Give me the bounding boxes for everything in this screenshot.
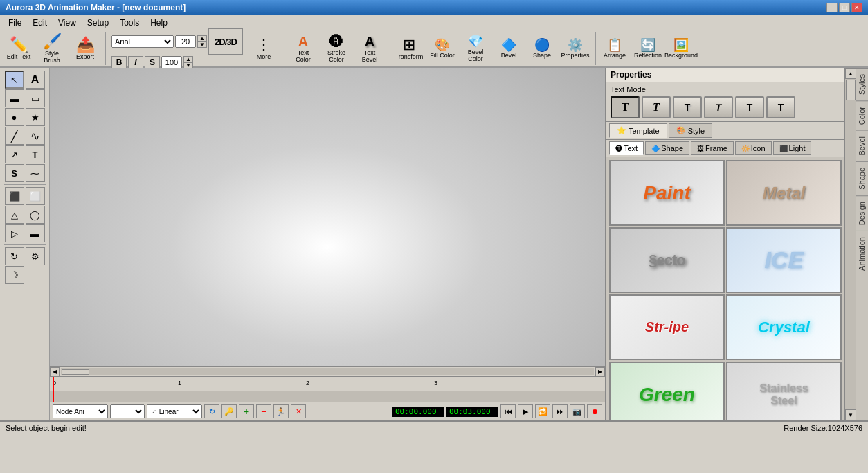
stroke-color-button[interactable]: 🅐 Stroke Color [320,33,352,64]
cylinder-tool[interactable]: ⬜ [26,187,45,205]
rotate-tool[interactable]: ↻ [5,247,24,265]
star-tool[interactable]: ★ [26,108,45,126]
sidebar-tab-design[interactable]: Design [856,195,868,231]
line-tool[interactable]: ╱ [5,127,24,145]
transform-button[interactable]: ⊞ Transform [393,33,425,64]
close-button[interactable]: ✕ [851,3,862,12]
refresh-anim-button[interactable]: ↻ [204,404,219,418]
rounded-rect-tool[interactable]: ▭ [26,89,45,107]
sidebar-tab-styles[interactable]: Styles [856,68,868,100]
person-button[interactable]: 🏃 [273,404,289,418]
camera-button[interactable]: 📷 [570,404,585,418]
style-ice[interactable]: ICE [726,227,842,293]
tab-light[interactable]: ⬛ Light [773,141,812,155]
style-stripe[interactable]: Str-ipe [609,294,725,360]
reflection-button[interactable]: 🔄 Reflection [632,33,664,64]
tab-frame[interactable]: 🖼 Frame [691,141,734,155]
curve-tool[interactable]: ∿ [26,127,45,145]
play-button[interactable]: ▶ [518,404,533,418]
pyramid-tool[interactable]: △ [5,206,24,224]
node-ani-select[interactable]: Node Ani [53,404,108,418]
font-size-input[interactable] [175,35,196,48]
style-stainless[interactable]: StainlessSteel [726,362,842,420]
text3d-tool[interactable]: T [26,145,45,163]
mode-3d-button[interactable]: T [673,96,702,118]
template-tab[interactable]: ⭐ Template [609,123,667,138]
italic-button[interactable]: I [128,56,143,69]
style-brush-button[interactable]: 🖌️ Style Brush [36,33,68,64]
stroke-button[interactable]: S [145,56,160,69]
scroll-thumb[interactable] [62,369,89,375]
refresh-tool[interactable]: ⚙ [26,247,45,265]
rectangle-tool[interactable]: ▬ [5,89,24,107]
maximize-button[interactable]: □ [839,3,850,12]
style-crystal[interactable]: Crystal [726,294,842,360]
circle-tool[interactable]: ● [5,108,24,126]
add-key-button[interactable]: 🔑 [221,404,237,418]
fill-color-button[interactable]: 🎨 Fill Color [426,33,458,64]
cube-tool[interactable]: ⬛ [5,187,24,205]
2d3d-button[interactable]: 2D/3D [208,28,243,55]
menu-edit[interactable]: Edit [27,17,53,29]
export-button[interactable]: 📤 Export [69,33,101,64]
play-end-button[interactable]: ⏭ [552,404,568,418]
font-size-down[interactable]: ▼ [197,42,207,48]
mode-flat-button[interactable]: T [611,96,640,118]
s-shape-tool[interactable]: S [5,164,24,182]
text-bevel-button[interactable]: A Text Bevel [354,33,386,64]
bold-button[interactable]: B [111,56,127,69]
sidebar-tab-animation[interactable]: Animation [856,231,868,276]
arrow-tool[interactable]: ↗ [5,145,24,163]
tab-text[interactable]: 🅣 Text [609,141,644,155]
delete-button[interactable]: ✕ [291,404,306,418]
percent-up[interactable]: ▲ [183,56,193,62]
tab-icon[interactable]: 🔆 Icon [735,141,772,155]
mode-italic-button[interactable]: T [642,96,671,118]
style-metal[interactable]: Metal [726,160,842,226]
style-paint[interactable]: Paint [609,160,725,226]
menu-view[interactable]: View [53,17,82,29]
sidebar-tab-color[interactable]: Color [856,100,868,130]
bevel-button[interactable]: 🔷 Bevel [493,33,525,64]
wedge-tool[interactable]: ▷ [5,224,24,242]
percent-input[interactable] [161,56,182,69]
arrange-button[interactable]: 📋 Arrange [599,33,631,64]
record-button[interactable]: ⏺ [587,404,602,418]
scroll-up-button[interactable]: ▲ [845,68,856,79]
scroll-right-button[interactable]: ▶ [595,367,605,377]
text-color-button[interactable]: A Text Color [287,33,319,64]
tab-shape[interactable]: 🔷 Shape [645,141,689,155]
mode-arch-button[interactable]: T [735,96,764,118]
properties-button[interactable]: ⚙️ Properties [559,33,591,64]
style-sector[interactable]: §ecto [609,227,725,293]
canvas-area[interactable] [50,68,605,366]
more-button[interactable]: ⋮ More [248,33,280,64]
shape-button[interactable]: 🔵 Shape [526,33,558,64]
crescent-tool[interactable]: ☽ [5,266,24,284]
mode-wave-button[interactable]: T [766,96,795,118]
font-family-select[interactable]: Arial Times New Roman Verdana [111,35,174,48]
select-tool[interactable]: ↖ [5,71,24,89]
scroll-thumb[interactable] [846,80,856,100]
ring-tool[interactable]: ◯ [26,206,45,224]
sidebar-tab-bevel[interactable]: Bevel [856,130,868,161]
play-start-button[interactable]: ⏮ [500,404,516,418]
bevel-color-button[interactable]: 💎 Bevel Color [460,33,491,64]
text-tool[interactable]: A [26,71,45,89]
brush-tool[interactable]: ⁓ [26,164,45,182]
minimize-button[interactable]: – [826,3,838,12]
style-tab[interactable]: 🎨 Style [669,123,712,138]
scroll-down-button[interactable]: ▼ [845,409,856,420]
loop-button[interactable]: 🔁 [535,404,550,418]
add-button[interactable]: + [239,404,254,418]
animation-select[interactable] [110,404,145,418]
scroll-left-button[interactable]: ◀ [50,367,60,377]
style-green[interactable]: Green [609,362,725,420]
sidebar-tab-shape[interactable]: Shape [856,161,868,195]
linear-select[interactable]: ⟋ Linear [147,404,202,418]
horizontal-scrollbar[interactable]: ◀ ▶ [50,366,605,376]
panel-tool[interactable]: ▬ [26,224,45,242]
font-size-up[interactable]: ▲ [197,35,207,42]
remove-button[interactable]: − [256,404,271,418]
mode-perspective-button[interactable]: T [704,96,733,118]
